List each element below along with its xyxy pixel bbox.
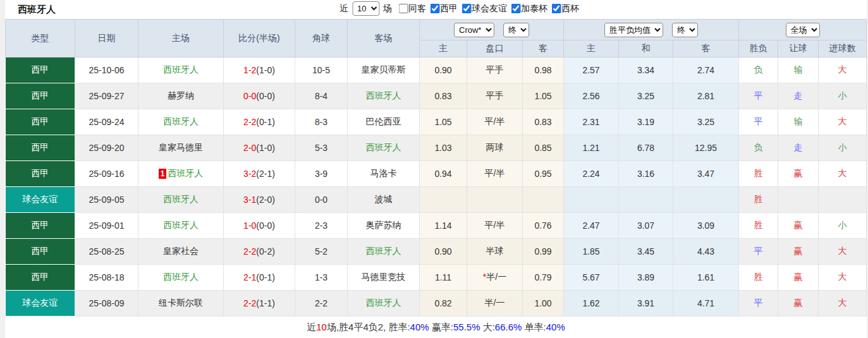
score-cell: 0-0(0-0) (224, 83, 295, 109)
europe-company-select[interactable]: 胜平负均值 (604, 23, 663, 37)
eu-away-odds-cell: 3.25 (673, 109, 739, 135)
summary-segment: 近 (307, 322, 316, 332)
result-cell: 平 (739, 109, 778, 135)
corners-cell: 2-2 (295, 291, 348, 317)
filter-checkbox-3[interactable] (462, 4, 471, 13)
half-time-score: (0-0) (256, 91, 275, 101)
ah-home-odds-cell: 0.90 (420, 57, 467, 83)
eu-draw-odds-cell (619, 187, 673, 213)
home-team-name: 纽卡斯尔联 (159, 298, 203, 308)
match-date-cell: 25-09-05 (75, 187, 138, 213)
filter-checkbox-1[interactable] (398, 4, 408, 13)
match-type-cell: 球会友谊 (6, 291, 75, 317)
ah-line-cell: 半/一 (467, 291, 523, 317)
away-team-name: 波城 (375, 194, 393, 204)
handicap-result-cell: 走 (778, 135, 819, 161)
home-team-name: 西班牙人 (163, 220, 199, 230)
goals-result-cell: 大 (819, 265, 867, 291)
sub-header-eu-home: 主 (564, 40, 619, 57)
score-cell: 2-2(0-2) (224, 239, 295, 265)
page: 西班牙人 近 10 场 同客西甲球会友谊加泰杯西杯 类型 日期 主场 比分(半场… (5, 0, 867, 338)
away-team-cell: 西班牙人 (348, 83, 420, 109)
home-team-cell: 西班牙人 (138, 57, 224, 83)
full-time-score: 0-0 (243, 91, 256, 101)
away-team-cell: 波城 (348, 187, 420, 213)
home-team-cell: 纽卡斯尔联 (138, 291, 224, 317)
home-team-cell: 1西班牙人 (138, 161, 224, 187)
filter-checkbox-4[interactable] (511, 4, 520, 13)
match-type-cell: 西甲 (6, 265, 75, 291)
scope-select[interactable]: 全场 (786, 23, 820, 37)
match-row: 西甲25-09-27赫罗纳0-0(0-0)8-4西班牙人0.83平手1.052.… (6, 83, 867, 109)
eu-home-odds-cell: 2.57 (564, 57, 619, 83)
ah-away-odds-cell: 0.83 (523, 109, 564, 135)
away-team-name: 西班牙人 (366, 298, 401, 308)
filter-controls: 近 10 场 同客西甲球会友谊加泰杯西杯 (337, 1, 579, 16)
asian-time-select[interactable]: 终 (503, 23, 529, 37)
eu-away-odds-cell (673, 187, 739, 213)
ah-line-cell (467, 187, 523, 213)
filter-checkbox-group: 同客西甲球会友谊加泰杯西杯 (394, 3, 579, 15)
filter-2: 西甲 (426, 3, 458, 15)
full-time-score: 2-2 (243, 117, 256, 127)
away-team-cell: 西班牙人 (348, 135, 420, 161)
score-cell: 2-2(1-1) (224, 291, 295, 317)
ah-away-odds-cell: 0.99 (523, 239, 564, 265)
col-header-type: 类型 (6, 20, 75, 57)
summary-segment: 大: (480, 322, 495, 332)
col-header-corners: 角球 (295, 20, 348, 57)
eu-home-odds-cell: 1.85 (564, 239, 619, 265)
sub-header-ah-home: 主 (420, 40, 467, 57)
half-time-score: (0-1) (256, 117, 275, 127)
away-team-name: 西班牙人 (366, 142, 401, 152)
summary-text: 近10场,胜4平4负2, 胜率:40% 赢率:55.5% 大:66.6% 单率:… (307, 322, 565, 334)
ah-home-odds-cell: 0.82 (420, 291, 467, 317)
filter-checkbox-2[interactable] (430, 4, 439, 13)
eu-home-odds-cell (564, 187, 619, 213)
corners-cell: 3-9 (295, 161, 348, 187)
filter-3: 球会友谊 (458, 3, 507, 15)
ah-home-odds-cell: 0.83 (420, 83, 467, 109)
home-team-name: 赫罗纳 (168, 90, 194, 100)
filter-checkbox-5[interactable] (551, 4, 561, 13)
away-team-name: 马洛卡 (370, 168, 397, 178)
ah-home-odds-cell: 0.94 (420, 161, 467, 187)
recent-label: 近 (339, 3, 348, 15)
full-time-score: 1-0 (243, 220, 256, 231)
away-team-name: 皇家贝蒂斯 (362, 64, 406, 75)
changed-line-star: * (483, 272, 486, 282)
score-cell: 3-2(2-1) (224, 161, 295, 187)
eu-draw-odds-cell: 3.16 (619, 161, 673, 187)
home-team-name: 皇家社会 (163, 246, 199, 256)
filter-1: 同客 (394, 3, 426, 15)
half-time-score: (2-1) (256, 169, 275, 179)
away-team-name: 西班牙人 (366, 246, 401, 256)
filter-label: 西杯 (561, 3, 579, 15)
ah-away-odds-cell: 0.76 (523, 213, 564, 239)
result-cell: 平 (739, 239, 778, 265)
ah-away-odds-cell: 1.05 (523, 83, 564, 109)
ah-line-cell: 平手 (467, 83, 523, 109)
eu-draw-odds-cell: 3.07 (619, 213, 673, 239)
score-cell: 3-1(2-0) (224, 187, 295, 213)
match-row: 西甲25-09-01西班牙人1-0(0-0)2-3奥萨苏纳1.14平/半0.76… (6, 213, 867, 239)
match-row: 西甲25-08-25皇家社会2-2(0-2)5-2西班牙人0.90半球0.991… (6, 239, 867, 265)
eu-home-odds-cell: 2.47 (564, 213, 619, 239)
match-count-select[interactable]: 10 (352, 1, 379, 16)
result-cell: 负 (739, 57, 778, 83)
europe-time-select[interactable]: 终 (672, 23, 698, 37)
asian-company-select[interactable]: Crow* (454, 23, 494, 37)
sub-header-handicap: 让球 (778, 40, 819, 57)
full-time-score: 3-1 (243, 195, 256, 205)
match-type-cell: 西甲 (6, 213, 75, 239)
corners-cell: 5-2 (295, 239, 348, 265)
match-type-cell: 西甲 (6, 135, 75, 161)
half-time-score: (2-0) (256, 195, 275, 205)
ah-line-cell: 平/半 (467, 109, 523, 135)
match-date-cell: 25-09-20 (75, 135, 138, 161)
eu-away-odds-cell: 2.74 (673, 57, 739, 83)
half-time-score: (0-2) (256, 246, 275, 257)
handicap-result-cell: 输 (778, 109, 819, 135)
ah-home-odds-cell: 1.05 (420, 109, 467, 135)
away-team-cell: 西班牙人 (348, 291, 420, 317)
